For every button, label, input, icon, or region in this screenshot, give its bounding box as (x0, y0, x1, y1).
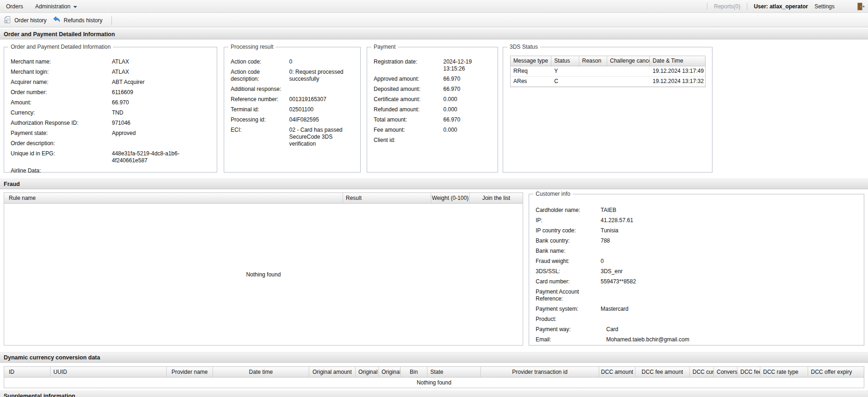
column-header: DCC rate type (760, 367, 808, 377)
field-label: Registration date: (374, 58, 443, 65)
field-label: Payment state: (11, 130, 112, 137)
field-label: Refunded amount: (374, 106, 443, 113)
field-value: 001319165307 (289, 96, 360, 103)
field-value: 41.228.57.61 (601, 217, 864, 224)
field-value: 3DS_enr (601, 268, 864, 275)
field-value: 04IF082595 (289, 116, 360, 123)
field-row: Merchant login: ATLAX (4, 69, 217, 76)
field-label: Airline Data: (11, 167, 112, 174)
column-header: Message type (511, 56, 551, 66)
section-header-order-payment: Order and Payment Detailed Information (0, 29, 868, 39)
column-header: Rule name (4, 193, 343, 203)
field-value: 448e31fa-5219-4dc8-a1b6-4f240661e587 (112, 150, 217, 164)
field-row: Payment way: Card (529, 326, 864, 333)
field-row: Amount: 66.970 (4, 99, 217, 106)
field-label: Payment Account Reference: (536, 288, 601, 302)
field-label: 3DS/SSL: (536, 268, 601, 275)
field-value: 2024-12-19 13:15:26 (443, 58, 498, 72)
field-row: Bank name: (529, 248, 864, 255)
field-row: Authorization Response ID: 971046 (4, 120, 217, 127)
customer-info-fieldset: Customer info Cardholder name: TAIEB IP:… (529, 194, 864, 346)
column-header: Date & Time (650, 56, 705, 66)
fieldset-legend: Processing result (228, 44, 276, 51)
field-label: Payment system: (536, 306, 601, 313)
field-value: 0.000 (443, 127, 498, 134)
cell-challenge-cancel (607, 77, 650, 86)
field-row: Order number: 6116609 (4, 89, 217, 96)
field-label: Merchant name: (11, 58, 112, 65)
fieldset-legend: Order and Payment Detailed Information (8, 44, 113, 51)
field-row: Total amount: 66.970 (367, 116, 498, 123)
field-row: Cardholder name: TAIEB (529, 207, 864, 214)
field-row: Client id: (367, 137, 498, 144)
column-header: DCC amount (599, 367, 635, 377)
field-value: 6116609 (112, 89, 217, 96)
field-value: 02501100 (289, 106, 360, 113)
chevron-down-icon (73, 6, 77, 8)
field-value: TND (112, 109, 217, 116)
field-label: Terminal id: (231, 106, 289, 113)
dcc-table: ID UUID Provider name Date time Original… (4, 366, 864, 388)
field-value: ABT Acquirer (112, 79, 217, 86)
field-label: Email: (536, 336, 601, 343)
field-label: Reference number: (231, 96, 289, 103)
column-header: Conversi (714, 367, 738, 377)
refunds-history-button[interactable]: Refunds history (51, 14, 106, 26)
three-ds-table-body: RReq Y 19.12.2024 13:17:49 ARes C 19.12.… (511, 66, 705, 87)
separator (111, 16, 112, 25)
order-history-button[interactable]: Order history (2, 14, 51, 26)
fieldset-legend: 3DS Status (507, 44, 540, 51)
field-row: Unique id in EPG: 448e31fa-5219-4dc8-a1b… (4, 150, 217, 164)
field-row: ECI: 02 - Card has passed SecureCode 3DS… (224, 127, 360, 147)
field-label: Acquirer name: (11, 79, 112, 86)
table-row: RReq Y 19.12.2024 13:17:49 (511, 66, 705, 77)
column-header: State (428, 367, 481, 377)
field-label: Processing id: (231, 116, 289, 123)
separator (707, 3, 707, 10)
field-row: IP country code: Tunisia (529, 227, 864, 234)
fraud-empty-message: Nothing found (4, 271, 523, 278)
field-row: 3DS/SSL: 3DS_enr (529, 268, 864, 275)
table-row: ARes C 19.12.2024 13:17:32 (511, 77, 705, 87)
processing-result-fieldset: Processing result Action code: 0 Action … (224, 47, 361, 173)
column-header: Result (343, 193, 431, 203)
field-value: 66.970 (443, 86, 498, 93)
settings-link[interactable]: Settings (815, 3, 835, 10)
column-header: Original c (379, 367, 401, 377)
field-label: Order number: (11, 89, 112, 96)
reports-link[interactable]: Reports(0) (714, 3, 740, 10)
field-value: Tunisia (601, 227, 864, 234)
field-value: 788 (601, 237, 864, 244)
column-header: Bin (401, 367, 428, 377)
field-label: Fraud weight: (536, 258, 601, 265)
field-label: Action code: (231, 58, 289, 65)
field-row: Fee amount: 0.000 (367, 127, 498, 134)
fraud-table: Rule name Result Weight (0-100) Join the… (4, 192, 523, 346)
column-header: Status (551, 56, 579, 66)
column-header: Date time (213, 367, 309, 377)
order-history-label: Order history (14, 17, 46, 24)
logout-door-icon[interactable] (857, 2, 865, 11)
field-row: Order description: (4, 140, 217, 147)
refunds-history-icon (52, 16, 61, 25)
cell-date-time: 19.12.2024 13:17:32 (650, 77, 705, 86)
field-label: Bank name: (536, 248, 601, 255)
field-label: Product: (536, 316, 601, 323)
section-header-fraud: Fraud (0, 179, 868, 189)
field-row: Currency: TND (4, 109, 217, 116)
column-header: Provider name (167, 367, 213, 377)
field-label: Total amount: (374, 116, 443, 123)
cell-message-type: ARes (511, 77, 551, 86)
column-header: Original amount (309, 367, 356, 377)
field-label: Merchant login: (11, 69, 112, 76)
field-value: 0.000 (443, 106, 498, 113)
field-row: Fraud weight: 0 (529, 258, 864, 265)
menu-bar-right: Reports(0) User: atlax_operator Settings (707, 0, 868, 13)
dcc-table-header: ID UUID Provider name Date time Original… (4, 367, 864, 378)
field-row: Email: Mohamed.taieb.bchir@gmail.com (529, 336, 864, 343)
field-row: Refunded amount: 0.000 (367, 106, 498, 113)
menu-administration[interactable]: Administration (29, 0, 83, 13)
order-info-fieldset: Order and Payment Detailed Information M… (4, 47, 217, 173)
field-label: IP: (536, 217, 601, 224)
menu-orders[interactable]: Orders (0, 0, 29, 13)
